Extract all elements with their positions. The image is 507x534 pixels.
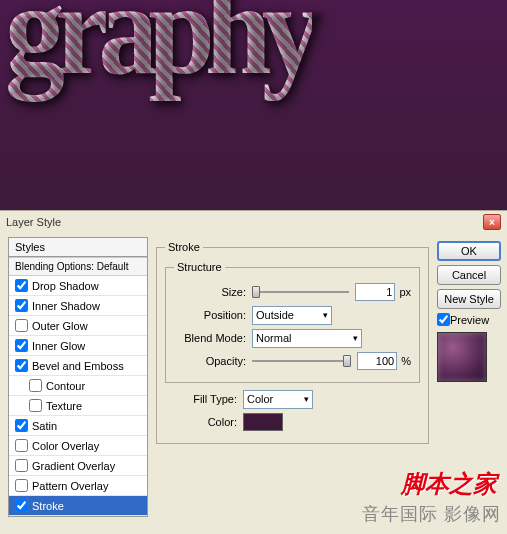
size-slider[interactable]: [252, 283, 349, 301]
structure-legend: Structure: [174, 261, 225, 273]
size-unit: px: [399, 286, 411, 298]
style-item-contour[interactable]: Contour: [9, 376, 147, 396]
style-checkbox[interactable]: [15, 279, 28, 292]
style-item-stroke[interactable]: Stroke: [9, 496, 147, 516]
style-label: Pattern Overlay: [32, 480, 108, 492]
style-item-inner-shadow[interactable]: Inner Shadow: [9, 296, 147, 316]
style-item-pattern-overlay[interactable]: Pattern Overlay: [9, 476, 147, 496]
style-label: Texture: [46, 400, 82, 412]
style-label: Contour: [46, 380, 85, 392]
style-item-outer-glow[interactable]: Outer Glow: [9, 316, 147, 336]
effects-list-panel: Styles Blending Options: Default Drop Sh…: [8, 237, 148, 517]
opacity-unit: %: [401, 355, 411, 367]
position-select[interactable]: Outside: [252, 306, 332, 325]
style-checkbox[interactable]: [15, 499, 28, 512]
new-style-button[interactable]: New Style: [437, 289, 501, 309]
style-label: Satin: [32, 420, 57, 432]
fill-type-select[interactable]: Color: [243, 390, 313, 409]
style-item-bevel-and-emboss[interactable]: Bevel and Emboss: [9, 356, 147, 376]
style-checkbox[interactable]: [15, 339, 28, 352]
style-checkbox[interactable]: [15, 419, 28, 432]
position-label: Position:: [174, 309, 246, 321]
style-label: Inner Glow: [32, 340, 85, 352]
dialog-title: Layer Style: [6, 216, 61, 228]
color-swatch[interactable]: [243, 413, 283, 431]
preview-swatch: [437, 332, 487, 382]
preview-checkbox[interactable]: [437, 313, 450, 326]
styles-header[interactable]: Styles: [9, 238, 147, 257]
stroke-fieldset: Stroke Structure Size: px Position: Outs…: [156, 241, 429, 444]
blend-mode-select[interactable]: Normal: [252, 329, 362, 348]
opacity-slider[interactable]: [252, 352, 351, 370]
opacity-input[interactable]: [357, 352, 397, 370]
blending-options-item[interactable]: Blending Options: Default: [9, 257, 147, 276]
style-label: Drop Shadow: [32, 280, 99, 292]
size-input[interactable]: [355, 283, 395, 301]
style-item-gradient-overlay[interactable]: Gradient Overlay: [9, 456, 147, 476]
blend-mode-label: Blend Mode:: [174, 332, 246, 344]
style-label: Outer Glow: [32, 320, 88, 332]
style-item-satin[interactable]: Satin: [9, 416, 147, 436]
watermark-text: 脚本之家: [401, 468, 497, 500]
preview-label: Preview: [450, 314, 489, 326]
style-checkbox[interactable]: [29, 379, 42, 392]
style-checkbox[interactable]: [15, 319, 28, 332]
style-checkbox[interactable]: [15, 439, 28, 452]
dialog-titlebar[interactable]: Layer Style ×: [0, 211, 507, 233]
style-label: Color Overlay: [32, 440, 99, 452]
style-label: Stroke: [32, 500, 64, 512]
style-label: Bevel and Emboss: [32, 360, 124, 372]
style-label: Inner Shadow: [32, 300, 100, 312]
stroke-legend: Stroke: [165, 241, 203, 253]
cancel-button[interactable]: Cancel: [437, 265, 501, 285]
style-checkbox[interactable]: [15, 459, 28, 472]
color-label: Color:: [165, 416, 237, 428]
stroke-settings-panel: Stroke Structure Size: px Position: Outs…: [148, 237, 437, 517]
opacity-label: Opacity:: [174, 355, 246, 367]
style-label: Gradient Overlay: [32, 460, 115, 472]
style-item-color-overlay[interactable]: Color Overlay: [9, 436, 147, 456]
style-item-texture[interactable]: Texture: [9, 396, 147, 416]
style-item-inner-glow[interactable]: Inner Glow: [9, 336, 147, 356]
preview-checkbox-row[interactable]: Preview: [437, 313, 503, 326]
style-checkbox[interactable]: [15, 479, 28, 492]
canvas-preview: graphy: [0, 0, 507, 210]
style-item-drop-shadow[interactable]: Drop Shadow: [9, 276, 147, 296]
close-icon[interactable]: ×: [483, 214, 501, 230]
style-checkbox[interactable]: [15, 359, 28, 372]
fill-type-label: Fill Type:: [165, 393, 237, 405]
typography-sample: graphy: [5, 0, 312, 105]
size-label: Size:: [174, 286, 246, 298]
style-checkbox[interactable]: [15, 299, 28, 312]
ok-button[interactable]: OK: [437, 241, 501, 261]
structure-fieldset: Structure Size: px Position: Outside Ble…: [165, 261, 420, 383]
watermark-url: 音年国际 影像网: [362, 502, 501, 526]
style-checkbox[interactable]: [29, 399, 42, 412]
